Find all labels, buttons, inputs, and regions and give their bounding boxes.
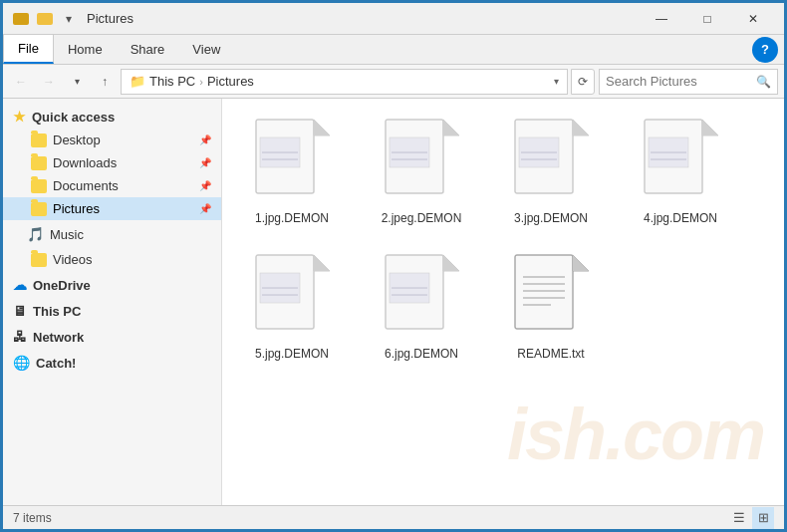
pin-icon-pictures: 📌: [199, 203, 211, 215]
sidebar-item-desktop[interactable]: Desktop 📌: [3, 129, 221, 151]
refresh-button[interactable]: ⟳: [571, 69, 595, 95]
menu-tab-view[interactable]: View: [178, 35, 234, 64]
file-item-3[interactable]: 3.jpg.DEMON: [491, 109, 611, 234]
file-name-3: 3.jpg.DEMON: [514, 211, 588, 225]
sidebar-section-this-pc: 🖥 This PC: [3, 299, 221, 323]
view-controls: ☰ ⊞: [728, 507, 774, 529]
sidebar-section-videos: Videos: [3, 248, 221, 271]
search-input[interactable]: [606, 74, 752, 89]
sidebar-section-music: 🎵 Music: [3, 222, 221, 246]
content-area: ish.com 1.jpg.DEMON: [222, 99, 784, 505]
sidebar-item-downloads[interactable]: Downloads 📌: [3, 151, 221, 174]
file-icon-2: [382, 118, 461, 207]
address-bar: ← → ▾ ↑ 📁 This PC › Pictures ▾ ⟳ 🔍: [3, 65, 784, 99]
help-button[interactable]: ?: [752, 37, 778, 63]
desktop-folder-icon: [31, 133, 47, 147]
sidebar-item-videos[interactable]: Videos: [3, 248, 221, 271]
sidebar-header-network[interactable]: 🖧 Network: [3, 325, 221, 349]
sidebar-label-videos: Videos: [53, 252, 93, 267]
sidebar-header-onedrive[interactable]: ☁ OneDrive: [3, 273, 221, 297]
sidebar-section-quick-access: ★ Quick access Desktop 📌 Downloads 📌 Doc…: [3, 105, 221, 220]
star-icon: ★: [13, 109, 26, 125]
status-bar: 7 items ☰ ⊞: [3, 505, 784, 529]
file-name-6: 6.jpg.DEMON: [385, 347, 458, 361]
path-folder-icon: 📁: [130, 74, 145, 89]
minimize-button[interactable]: —: [639, 3, 684, 35]
svg-marker-32: [443, 255, 459, 271]
sidebar-label-catch: Catch!: [36, 356, 76, 371]
list-view-button[interactable]: ☰: [728, 507, 750, 529]
menu-tab-home[interactable]: Home: [54, 35, 117, 64]
file-icon-4: [641, 118, 720, 207]
menu-bar: File Home Share View ?: [3, 35, 784, 65]
sidebar-item-documents[interactable]: Documents 📌: [3, 174, 221, 197]
up-button[interactable]: ↑: [93, 70, 117, 94]
address-path[interactable]: 📁 This PC › Pictures ▾: [121, 69, 568, 95]
file-name-readme: README.txt: [517, 347, 584, 361]
item-count: 7 items: [13, 511, 52, 525]
file-item-1[interactable]: 1.jpg.DEMON: [232, 109, 352, 234]
documents-folder-icon: [31, 179, 47, 193]
search-box[interactable]: 🔍: [599, 69, 778, 95]
icon-view-button[interactable]: ⊞: [752, 507, 774, 529]
path-pictures: Pictures: [207, 74, 254, 89]
network-icon: 🖧: [13, 329, 27, 345]
file-name-1: 1.jpg.DEMON: [255, 211, 329, 225]
path-this-pc: This PC: [149, 74, 195, 89]
music-icon: 🎵: [27, 226, 44, 242]
sidebar-label-documents: Documents: [53, 178, 119, 193]
this-pc-icon: 🖥: [13, 303, 27, 319]
sidebar-label-music: Music: [50, 227, 84, 242]
explorer-window: ▾ Pictures — □ ✕ File Home Share View ? …: [0, 0, 787, 532]
back-button[interactable]: ←: [9, 70, 33, 94]
file-icon-readme: [511, 253, 591, 343]
sidebar-header-catch[interactable]: 🌐 Catch!: [3, 351, 221, 375]
menu-tab-share[interactable]: Share: [117, 35, 179, 64]
sidebar-section-onedrive: ☁ OneDrive: [3, 273, 221, 297]
file-icon-6: [382, 253, 461, 343]
videos-folder-icon: [31, 253, 47, 267]
sidebar-item-music[interactable]: 🎵 Music: [3, 222, 221, 246]
file-item-4[interactable]: 4.jpg.DEMON: [621, 109, 740, 234]
file-item-readme[interactable]: README.txt: [491, 244, 611, 370]
sidebar-section-catch: 🌐 Catch!: [3, 351, 221, 375]
sidebar-label-network: Network: [33, 330, 84, 345]
title-bar: ▾ Pictures — □ ✕: [3, 3, 784, 35]
sidebar-label-onedrive: OneDrive: [33, 278, 91, 293]
svg-marker-26: [314, 255, 330, 271]
qat-icon-2: [35, 9, 55, 29]
pin-icon-desktop: 📌: [199, 134, 211, 146]
svg-marker-8: [443, 120, 459, 135]
file-name-2: 2.jpeg.DEMON: [382, 211, 462, 225]
file-item-6[interactable]: 6.jpg.DEMON: [362, 244, 481, 370]
sidebar-header-this-pc[interactable]: 🖥 This PC: [3, 299, 221, 323]
catch-icon: 🌐: [13, 355, 30, 371]
svg-rect-36: [515, 255, 573, 329]
file-item-5[interactable]: 5.jpg.DEMON: [232, 244, 352, 370]
window-controls: — □ ✕: [639, 3, 776, 35]
file-icon-1: [252, 118, 332, 207]
menu-tab-file[interactable]: File: [3, 35, 54, 64]
close-button[interactable]: ✕: [730, 3, 776, 35]
sidebar-label-quick-access: Quick access: [32, 110, 115, 125]
sidebar-item-pictures[interactable]: Pictures 📌: [3, 197, 221, 220]
forward-button[interactable]: →: [37, 70, 61, 94]
title-bar-icons: ▾: [11, 9, 79, 29]
search-icon: 🔍: [756, 75, 771, 89]
expand-button[interactable]: ▾: [65, 70, 89, 94]
sidebar-label-this-pc: This PC: [33, 304, 81, 319]
file-item-2[interactable]: 2.jpeg.DEMON: [362, 109, 481, 234]
sidebar-label-pictures: Pictures: [53, 201, 100, 216]
qat-pin[interactable]: ▾: [59, 9, 79, 29]
file-name-5: 5.jpg.DEMON: [255, 347, 329, 361]
file-name-4: 4.jpg.DEMON: [644, 211, 717, 225]
window-title: Pictures: [87, 11, 639, 26]
file-icon-5: [252, 253, 332, 343]
sidebar-label-downloads: Downloads: [53, 155, 117, 170]
pin-icon-downloads: 📌: [199, 157, 211, 169]
sidebar-header-quick-access[interactable]: ★ Quick access: [3, 105, 221, 129]
file-icon-3: [511, 118, 591, 207]
path-sep-1: ›: [199, 76, 203, 88]
maximize-button[interactable]: □: [684, 3, 730, 35]
sidebar: ★ Quick access Desktop 📌 Downloads 📌 Doc…: [3, 99, 222, 505]
